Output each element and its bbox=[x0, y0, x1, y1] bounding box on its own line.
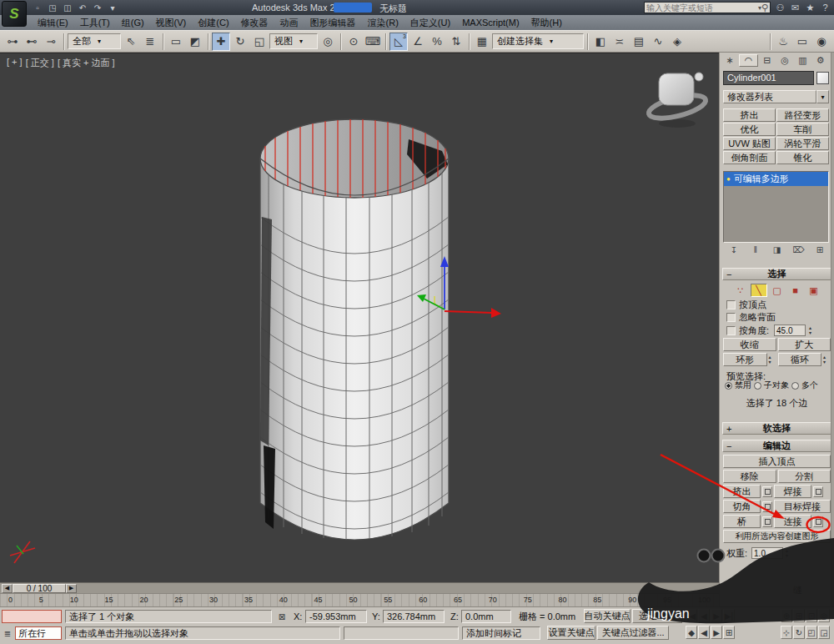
spinner-snap-icon[interactable]: ⇅ bbox=[447, 33, 465, 51]
tab-modify[interactable]: ◠ bbox=[739, 54, 757, 67]
object-color-swatch[interactable] bbox=[816, 72, 829, 84]
viewcube-gizmo[interactable] bbox=[646, 73, 707, 128]
selection-lock-icon[interactable]: ⊠ bbox=[275, 610, 289, 623]
modifier-button[interactable]: 挤出 bbox=[723, 108, 776, 122]
chamfer-settings-button[interactable] bbox=[762, 501, 772, 512]
extrude-settings-button[interactable] bbox=[762, 486, 772, 497]
go-to-start-icon[interactable]: |◀ bbox=[686, 609, 697, 622]
viewport-pov-menu[interactable]: [ 正交 ] bbox=[26, 57, 54, 69]
save-file-icon[interactable]: ◫ bbox=[62, 2, 73, 13]
next-frame-icon[interactable]: ▶ bbox=[66, 584, 77, 593]
menu-item[interactable]: 动画 bbox=[274, 16, 304, 30]
bridge-settings-button[interactable] bbox=[762, 516, 772, 527]
maxscript-mini-listener[interactable]: 所在行 bbox=[15, 626, 62, 640]
weight-spinner[interactable]: ▴▾ bbox=[786, 548, 793, 558]
menu-item[interactable]: 编辑(E) bbox=[32, 16, 74, 30]
search-input[interactable] bbox=[646, 3, 758, 13]
previous-frame-icon[interactable]: ◀ bbox=[2, 584, 13, 593]
tab-motion[interactable]: ◎ bbox=[776, 54, 793, 67]
field-of-view-icon[interactable]: ◎ bbox=[818, 609, 830, 622]
angle-value-field[interactable]: 45.0 bbox=[774, 325, 806, 336]
menu-item[interactable]: 工具(T) bbox=[74, 16, 116, 30]
select-and-move-icon[interactable]: ✚ bbox=[212, 33, 230, 51]
rectangular-region-icon[interactable]: ▭ bbox=[167, 33, 185, 51]
undo-icon[interactable]: ↶ bbox=[77, 2, 88, 13]
search-icon[interactable]: ⚲ bbox=[761, 3, 768, 13]
layer-manager-icon[interactable]: ▤ bbox=[630, 33, 648, 51]
element-subobject-icon[interactable]: ▣ bbox=[806, 284, 822, 297]
render-production-icon[interactable]: ◉ bbox=[812, 33, 831, 51]
shrink-button[interactable]: 收缩 bbox=[723, 338, 776, 351]
border-subobject-icon[interactable]: ▢ bbox=[769, 284, 786, 297]
use-pivot-center-icon[interactable]: ◎ bbox=[319, 33, 337, 51]
show-end-result-icon[interactable]: ‖ bbox=[748, 244, 763, 255]
select-and-link-icon[interactable]: ⊶ bbox=[3, 33, 22, 51]
configure-modifier-sets-icon[interactable]: ⊞ bbox=[812, 244, 827, 255]
select-by-name-icon[interactable]: ≣ bbox=[141, 33, 159, 51]
signin-icon[interactable]: ⚇ bbox=[775, 3, 786, 13]
help-icon[interactable]: ? bbox=[820, 3, 831, 13]
chamfer-button[interactable]: 切角 bbox=[723, 500, 761, 513]
select-object-icon[interactable]: ⇖ bbox=[122, 33, 140, 51]
menu-item[interactable]: 修改器 bbox=[235, 16, 274, 30]
tab-display[interactable]: ▥ bbox=[794, 54, 811, 67]
pan-view-icon[interactable]: ⊹ bbox=[781, 626, 792, 639]
modifier-button[interactable]: 车削 bbox=[776, 123, 829, 136]
split-button[interactable]: 分割 bbox=[778, 470, 831, 483]
unlink-selection-icon[interactable]: ⊷ bbox=[23, 33, 41, 51]
extrude-button[interactable]: 挤出 bbox=[723, 485, 761, 498]
select-and-manipulate-icon[interactable]: ⊙ bbox=[344, 33, 363, 51]
select-and-scale-icon[interactable]: ◱ bbox=[250, 33, 269, 51]
render-setup-icon[interactable]: ♨ bbox=[774, 33, 792, 51]
time-slider-track[interactable] bbox=[77, 584, 719, 593]
modifier-stack[interactable]: ● 可编辑多边形 bbox=[723, 171, 829, 243]
new-scene-icon[interactable]: ▫ bbox=[32, 2, 43, 13]
preview-multiple-radio[interactable] bbox=[791, 382, 799, 390]
cylinder-mesh[interactable] bbox=[260, 119, 449, 540]
rollout-soft-selection-header[interactable]: + 软选择 bbox=[722, 422, 831, 435]
weld-settings-button[interactable] bbox=[813, 486, 823, 497]
tab-create[interactable]: ∗ bbox=[721, 54, 738, 67]
rendered-frame-window-icon[interactable]: ▭ bbox=[793, 33, 811, 51]
curve-editor-icon[interactable]: ∿ bbox=[649, 33, 667, 51]
next-key-icon[interactable]: ▶ bbox=[711, 626, 722, 639]
modifier-button[interactable]: 倒角剖面 bbox=[723, 151, 776, 164]
remove-button[interactable]: 移除 bbox=[723, 470, 776, 483]
create-shape-button[interactable]: 利用所选内容创建图形 bbox=[723, 530, 831, 543]
connect-button[interactable]: 连接 bbox=[774, 515, 811, 528]
angle-snap-icon[interactable]: ∠ bbox=[409, 33, 427, 51]
selection-filter-dropdown[interactable]: 全部 ▾ bbox=[68, 33, 121, 49]
menu-item[interactable]: MAXScript(M) bbox=[456, 17, 525, 28]
menu-item[interactable]: 创建(C) bbox=[192, 16, 234, 30]
previous-key-icon[interactable]: ◀ bbox=[698, 626, 710, 639]
visibility-bulb-icon[interactable]: ● bbox=[726, 175, 731, 183]
key-filters-button[interactable]: 关键点过滤器... bbox=[597, 626, 669, 640]
ring-button[interactable]: 环形 bbox=[723, 353, 767, 366]
set-key-button[interactable]: 设置关键点 bbox=[547, 626, 595, 640]
ring-spinner[interactable]: ▴▾ bbox=[769, 355, 776, 365]
schematic-view-icon[interactable]: ◈ bbox=[668, 33, 686, 51]
align-icon[interactable]: ≍ bbox=[610, 33, 629, 51]
time-slider-handle[interactable]: 0 / 100 bbox=[13, 584, 66, 593]
tab-hierarchy[interactable]: ⊟ bbox=[759, 54, 776, 67]
auto-key-button[interactable]: 自动关键点 bbox=[584, 609, 631, 623]
chevron-down-icon[interactable]: ▾ bbox=[107, 2, 118, 13]
stack-item-editable-poly[interactable]: ● 可编辑多边形 bbox=[724, 172, 828, 186]
pin-stack-icon[interactable]: ↧ bbox=[726, 244, 741, 255]
select-and-rotate-icon[interactable]: ↻ bbox=[231, 33, 249, 51]
weld-button[interactable]: 焊接 bbox=[774, 485, 811, 498]
loop-spinner[interactable]: ▴▾ bbox=[823, 355, 831, 365]
zoom-all-icon[interactable]: ⊞ bbox=[793, 609, 805, 622]
x-coordinate-field[interactable]: -59.953mm bbox=[305, 610, 367, 623]
maxscript-mini-listener-macro[interactable] bbox=[2, 610, 62, 623]
viewport-shading-menu[interactable]: [ 真实 + 边面 ] bbox=[58, 57, 115, 69]
add-time-tag[interactable]: 添加时间标记 bbox=[462, 626, 540, 640]
z-coordinate-field[interactable]: 0.0mm bbox=[461, 610, 511, 623]
maximize-viewport-icon[interactable]: ◲ bbox=[818, 626, 830, 639]
communication-center-icon[interactable]: ✉ bbox=[790, 3, 801, 13]
panel-scrollbar[interactable] bbox=[831, 53, 834, 606]
insert-vertex-button[interactable]: 插入顶点 bbox=[723, 455, 831, 468]
open-file-icon[interactable]: ◳ bbox=[47, 2, 58, 13]
by-angle-checkbox[interactable] bbox=[726, 326, 736, 335]
loop-button[interactable]: 循环 bbox=[778, 353, 822, 366]
